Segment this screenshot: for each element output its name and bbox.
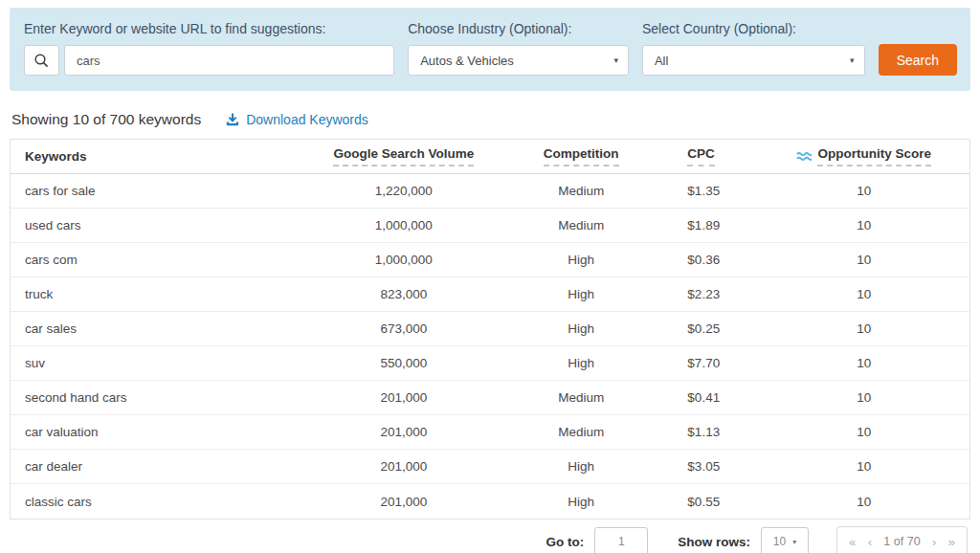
search-icon-box [24, 45, 59, 76]
pagination-current-page: 1 of 70 [883, 535, 920, 548]
column-header-cpc[interactable]: CPC [672, 146, 758, 166]
table-footer: Go to: Show rows: 10 ▾ « ‹ 1 of 70 › » [10, 526, 970, 553]
pagination-last-button[interactable]: » [948, 536, 955, 548]
search-panel: Enter Keyword or website URL to find sug… [10, 8, 970, 91]
cell-score: 10 [759, 253, 969, 267]
cell-cpc: $0.25 [672, 321, 758, 336]
cell-volume: 201,000 [318, 390, 490, 405]
table-row: classic cars201,000High$0.5510 [11, 484, 969, 519]
cell-cpc: $0.36 [672, 253, 758, 267]
table-header-row: Keywords Google Search Volume Competitio… [11, 140, 969, 174]
download-link-label: Download Keywords [246, 112, 368, 127]
cell-score: 10 [759, 356, 969, 370]
cell-competition: High [490, 253, 672, 267]
industry-select[interactable]: Autos & Vehicles ▾ [408, 45, 629, 76]
table-row: used cars1,000,000Medium$1.8910 [11, 209, 969, 243]
country-select[interactable]: All ▾ [642, 45, 865, 76]
cell-volume: 201,000 [318, 425, 490, 439]
keyword-input-row [24, 45, 394, 76]
show-rows-select[interactable]: 10 ▾ [761, 527, 809, 553]
download-icon [226, 113, 239, 126]
cell-cpc: $1.35 [672, 184, 758, 198]
cell-volume: 823,000 [318, 287, 490, 301]
keyword-field-group: Enter Keyword or website URL to find sug… [24, 21, 394, 76]
cell-score: 10 [759, 184, 969, 198]
waves-icon [796, 151, 812, 162]
table-row: suv550,000High$7.7010 [11, 346, 969, 381]
cell-volume: 1,000,000 [318, 218, 490, 232]
cell-volume: 550,000 [318, 356, 490, 370]
country-selected-value: All [655, 54, 668, 68]
cell-score: 10 [759, 287, 969, 301]
cell-competition: High [490, 321, 672, 336]
cell-volume: 201,000 [318, 459, 490, 474]
cell-competition: High [490, 287, 672, 301]
results-bar: Showing 10 of 700 keywords Download Keyw… [10, 111, 970, 128]
cell-keyword: second hand cars [11, 390, 318, 405]
column-header-opportunity-score[interactable]: Opportunity Score [759, 146, 969, 166]
cell-keyword: car valuation [11, 425, 318, 439]
cell-competition: Medium [490, 425, 672, 439]
goto-label: Go to: [546, 535, 584, 549]
dropdown-arrow-icon: ▾ [792, 538, 796, 546]
table-row: cars com1,000,000High$0.3610 [11, 243, 969, 277]
search-button[interactable]: Search [879, 44, 957, 76]
cell-volume: 1,000,000 [318, 253, 490, 267]
pagination-prev-button[interactable]: ‹ [868, 536, 872, 548]
cell-volume: 673,000 [318, 321, 490, 336]
column-header-keywords: Keywords [11, 149, 318, 164]
column-header-google-search-volume[interactable]: Google Search Volume [318, 146, 490, 166]
cell-competition: Medium [490, 184, 672, 198]
industry-field-label: Choose Industry (Optional): [408, 21, 629, 36]
table-row: truck823,000High$2.2310 [11, 277, 969, 312]
cell-score: 10 [759, 321, 969, 336]
show-rows-selected-value: 10 [773, 535, 786, 548]
country-field-label: Select Country (Optional): [642, 21, 865, 36]
cell-keyword: car sales [11, 321, 318, 336]
cell-keyword: classic cars [11, 495, 318, 509]
goto-page-input[interactable] [594, 527, 648, 553]
cell-keyword: used cars [11, 218, 318, 232]
cell-competition: High [490, 459, 672, 474]
dropdown-arrow-icon: ▾ [613, 55, 618, 65]
table-row: car dealer201,000High$3.0510 [11, 450, 969, 484]
pagination-next-button[interactable]: › [932, 536, 936, 548]
cell-competition: High [490, 356, 672, 370]
keyword-field-label: Enter Keyword or website URL to find sug… [24, 21, 394, 36]
cell-competition: High [490, 495, 672, 509]
cell-score: 10 [759, 390, 969, 405]
cell-keyword: cars for sale [11, 184, 318, 198]
table-row: car sales673,000High$0.2510 [11, 312, 969, 346]
dropdown-arrow-icon: ▾ [850, 55, 855, 65]
keywords-table: Keywords Google Search Volume Competitio… [10, 139, 970, 520]
keyword-input[interactable] [64, 45, 394, 76]
cell-volume: 1,220,000 [318, 184, 490, 198]
results-count-text: Showing 10 of 700 keywords [11, 111, 201, 128]
show-rows-label: Show rows: [678, 535, 750, 549]
cell-keyword: truck [11, 287, 318, 301]
pagination: « ‹ 1 of 70 › » [836, 526, 968, 553]
cell-keyword: suv [11, 356, 318, 370]
cell-cpc: $2.23 [672, 287, 758, 301]
table-row: cars for sale1,220,000Medium$1.3510 [11, 174, 969, 209]
cell-keyword: cars com [11, 253, 318, 267]
cell-score: 10 [759, 218, 969, 232]
table-row: second hand cars201,000Medium$0.4110 [11, 381, 969, 415]
download-keywords-link[interactable]: Download Keywords [226, 112, 368, 127]
table-row: car valuation201,000Medium$1.1310 [11, 415, 969, 450]
cell-cpc: $7.70 [672, 356, 758, 370]
cell-cpc: $3.05 [672, 459, 758, 474]
keyword-tool-page: Enter Keyword or website URL to find sug… [0, 0, 980, 553]
cell-cpc: $0.55 [672, 495, 758, 509]
pagination-first-button[interactable]: « [849, 536, 856, 548]
industry-selected-value: Autos & Vehicles [420, 54, 514, 68]
cell-keyword: car dealer [11, 459, 318, 474]
column-header-competition[interactable]: Competition [490, 146, 672, 166]
cell-score: 10 [759, 425, 969, 439]
cell-cpc: $1.89 [672, 218, 758, 232]
cell-competition: Medium [490, 218, 672, 232]
cell-cpc: $0.41 [672, 390, 758, 405]
cell-cpc: $1.13 [672, 425, 758, 439]
industry-field-group: Choose Industry (Optional): Autos & Vehi… [408, 21, 629, 76]
cell-competition: Medium [490, 390, 672, 405]
